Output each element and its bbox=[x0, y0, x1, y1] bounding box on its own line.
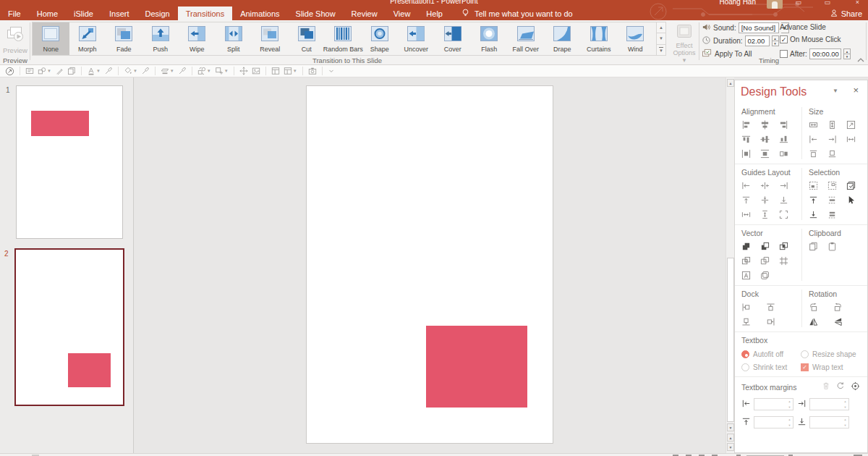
align-middle-icon[interactable] bbox=[760, 134, 776, 145]
scrollbar-thumb[interactable] bbox=[727, 258, 734, 422]
stamp-tool-icon[interactable] bbox=[54, 66, 64, 77]
on-mouse-click-checkbox[interactable]: ✓ On Mouse Click bbox=[780, 35, 841, 43]
next-slide-icon[interactable]: ▼ bbox=[727, 443, 734, 451]
reset-icon[interactable] bbox=[836, 381, 845, 392]
change-shape-tool-icon[interactable]: ▼ bbox=[197, 66, 212, 77]
tab-help[interactable]: Help bbox=[418, 7, 451, 20]
tab-islide[interactable]: iSlide bbox=[66, 7, 101, 20]
select-multiple-icon[interactable] bbox=[827, 209, 843, 220]
duration-input[interactable]: 02.00 bbox=[745, 35, 770, 46]
transition-drape[interactable]: Drape bbox=[544, 22, 581, 55]
align-right-icon[interactable] bbox=[779, 119, 795, 130]
dock-right-icon[interactable] bbox=[766, 316, 782, 327]
tab-view[interactable]: View bbox=[386, 7, 419, 20]
stretch-right-icon[interactable] bbox=[827, 134, 843, 145]
same-width-icon[interactable] bbox=[809, 119, 825, 130]
eyedropper-tool-icon[interactable] bbox=[140, 66, 150, 77]
eyedropper-tool-icon[interactable] bbox=[177, 66, 187, 77]
select-group-icon[interactable] bbox=[827, 195, 843, 206]
slide-thumbnail-2[interactable] bbox=[14, 248, 124, 406]
same-height-icon[interactable] bbox=[827, 119, 843, 130]
close-icon[interactable]: × bbox=[856, 0, 859, 6]
tell-me-box[interactable]: Tell me what you want to do bbox=[454, 7, 580, 20]
textbox-option-wrap-text[interactable]: ✓Wrap text bbox=[801, 363, 867, 371]
image-tool-icon[interactable] bbox=[251, 66, 261, 77]
duration-spinner[interactable]: ▲▼ bbox=[772, 35, 779, 46]
previous-slide-icon[interactable]: ▲ bbox=[727, 434, 734, 442]
effect-options-button[interactable]: Effect Options ▾ bbox=[671, 22, 697, 56]
tab-design[interactable]: Design bbox=[137, 7, 178, 20]
tab-animations[interactable]: Animations bbox=[232, 7, 287, 20]
stretch-left-icon[interactable] bbox=[809, 134, 825, 145]
guide-vertical-icon[interactable] bbox=[760, 209, 776, 220]
more-tools-icon[interactable] bbox=[327, 66, 336, 77]
fill-color-tool-icon[interactable]: ▼ bbox=[123, 66, 138, 77]
fragment-icon[interactable] bbox=[741, 256, 757, 266]
copy-icon[interactable] bbox=[809, 241, 825, 252]
guide-right-icon[interactable] bbox=[779, 180, 795, 191]
tab-transitions[interactable]: Transitions bbox=[178, 7, 232, 20]
dock-left-icon[interactable] bbox=[741, 302, 757, 313]
combine-icon[interactable] bbox=[760, 256, 776, 266]
layout-tool-icon[interactable] bbox=[271, 66, 281, 77]
line-color-tool-icon[interactable]: ▼ bbox=[160, 66, 175, 77]
transition-push[interactable]: Push bbox=[142, 22, 179, 55]
intersect-icon[interactable] bbox=[779, 241, 795, 252]
gallery-scroll-down-icon[interactable]: ▼ bbox=[657, 33, 665, 44]
select-area-icon[interactable] bbox=[809, 180, 825, 191]
distribute-horizontal-icon[interactable] bbox=[741, 148, 757, 159]
transition-wind[interactable]: Wind bbox=[617, 22, 654, 55]
align-center-icon[interactable] bbox=[760, 119, 776, 130]
islide-logo-icon[interactable] bbox=[4, 66, 15, 77]
tab-file[interactable]: File bbox=[0, 7, 29, 20]
slide-shape-rectangle[interactable] bbox=[426, 326, 527, 408]
transition-flash[interactable]: Flash bbox=[471, 22, 508, 55]
select-duplicate-icon[interactable] bbox=[846, 180, 862, 191]
transition-morph[interactable]: Morph bbox=[69, 22, 106, 55]
position-tool-icon[interactable] bbox=[239, 66, 249, 77]
after-spinner[interactable]: ▲▼ bbox=[843, 48, 851, 59]
tab-home[interactable]: Home bbox=[29, 7, 66, 20]
gallery-more-icon[interactable]: ▼ bbox=[657, 45, 665, 55]
flip-horizontal-icon[interactable] bbox=[809, 316, 825, 327]
preview-button[interactable]: Preview bbox=[1, 22, 29, 56]
transition-fade[interactable]: Fade bbox=[106, 22, 142, 55]
margin-bottom-input[interactable]: ▲▼ bbox=[809, 416, 849, 428]
select-bottom-layer-icon[interactable] bbox=[809, 209, 825, 220]
text-to-shape-icon[interactable] bbox=[741, 270, 757, 281]
union-icon[interactable] bbox=[741, 241, 757, 252]
snapshot-tool-icon[interactable] bbox=[307, 66, 318, 77]
slide-thumbnail-1[interactable] bbox=[16, 85, 123, 239]
paste-icon[interactable] bbox=[827, 241, 843, 252]
after-input[interactable]: 00:00.00 bbox=[809, 48, 841, 59]
transition-split[interactable]: Split bbox=[216, 22, 252, 55]
guide-horizontal-icon[interactable] bbox=[741, 209, 757, 220]
transition-uncover[interactable]: Uncover bbox=[398, 22, 435, 55]
select-top-layer-icon[interactable] bbox=[809, 195, 825, 206]
guide-middle-icon[interactable] bbox=[760, 195, 776, 206]
fit-bottom-icon[interactable] bbox=[827, 148, 843, 159]
shapes-tool-icon[interactable]: ▼ bbox=[37, 66, 52, 77]
apply-to-all-button[interactable]: Apply To All bbox=[702, 48, 752, 59]
fit-top-icon[interactable] bbox=[809, 148, 825, 159]
margin-left-input[interactable]: ▲▼ bbox=[754, 398, 793, 410]
transition-cut[interactable]: Cut bbox=[289, 22, 326, 55]
margin-right-input[interactable]: ▲▼ bbox=[809, 398, 849, 410]
align-bottom-icon[interactable] bbox=[779, 134, 795, 145]
font-color-tool-icon[interactable]: ▼ bbox=[86, 66, 101, 77]
settings-icon[interactable] bbox=[851, 381, 860, 392]
transition-none[interactable]: None bbox=[33, 22, 69, 55]
vertical-scrollbar[interactable]: ▲ ▼ ▲ ▼ bbox=[726, 77, 734, 453]
flip-vertical-icon[interactable] bbox=[833, 316, 849, 327]
distribute-vertical-icon[interactable] bbox=[760, 148, 776, 159]
crop-frame-icon[interactable] bbox=[779, 256, 795, 266]
textbox-tool-icon[interactable] bbox=[25, 66, 35, 77]
eyedropper-tool-icon[interactable] bbox=[103, 66, 114, 77]
tab-review[interactable]: Review bbox=[344, 7, 386, 20]
scroll-down-icon[interactable]: ▼ bbox=[727, 423, 734, 431]
slide-canvas[interactable] bbox=[306, 85, 553, 444]
panel-close-icon[interactable]: × bbox=[853, 85, 859, 96]
scroll-up-icon[interactable]: ▲ bbox=[727, 79, 734, 87]
align-top-icon[interactable] bbox=[741, 134, 757, 145]
textbox-option-resize-shape[interactable]: Resize shape bbox=[801, 350, 867, 358]
